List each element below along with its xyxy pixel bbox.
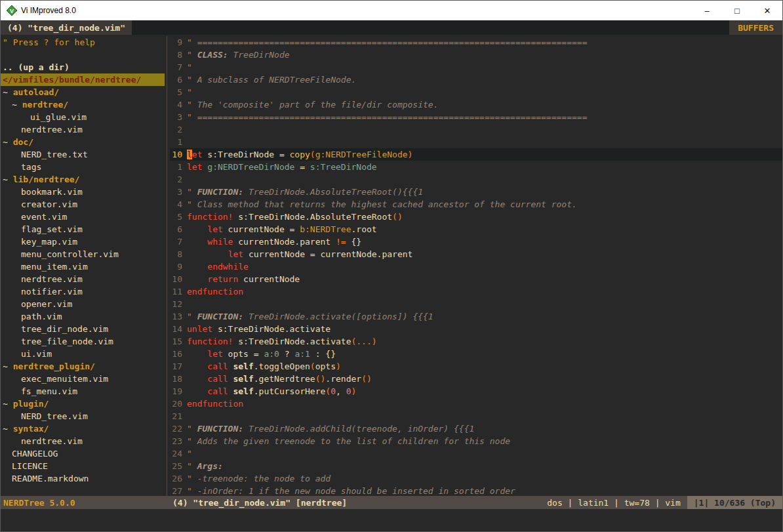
tree-item-file[interactable]: ui_glue.vim: [1, 111, 165, 123]
tree-item-dir[interactable]: ~ plugin/: [1, 398, 165, 410]
code-line[interactable]: 9" =====================================…: [170, 36, 782, 49]
code-line[interactable]: 2: [170, 173, 782, 186]
dir-expand-marker-icon[interactable]: ~: [3, 174, 13, 184]
close-button[interactable]: ✕: [752, 1, 782, 20]
statusline-position: |1| 10/636 (Top): [687, 496, 782, 509]
tree-item-file[interactable]: LICENCE: [1, 460, 165, 472]
tree-item-dir[interactable]: ~ nerdtree/: [1, 98, 165, 111]
tree-item-path[interactable]: </vimfiles/bundle/nerdtree/: [1, 73, 165, 86]
tree-item-file[interactable]: nerdtree.vim: [1, 273, 165, 285]
code-line[interactable]: 18 call self.getNerdtree().render(): [170, 373, 782, 385]
line-number: 22: [170, 422, 187, 435]
vsplit-separator[interactable]: [165, 36, 170, 496]
code-line[interactable]: 17 call self.toggleOpen(opts): [170, 360, 782, 373]
code-line[interactable]: 3" FUNCTION: TreeDirNode.AbsoluteTreeRoo…: [170, 186, 782, 198]
code-line[interactable]: 14unlet s:TreeDirNode.activate: [170, 323, 782, 335]
code-line[interactable]: 13" FUNCTION: TreeDirNode.activate([opti…: [170, 310, 782, 323]
code-line[interactable]: 26" -treenode: the node to add: [170, 472, 782, 485]
tree-item-file[interactable]: ui.vim: [1, 348, 165, 360]
code-line[interactable]: 4" Class method that returns the highest…: [170, 198, 782, 211]
line-number: 20: [170, 398, 187, 410]
tree-item-file[interactable]: event.vim: [1, 211, 165, 223]
tree-item-dir[interactable]: ~ nerdtree_plugin/: [1, 360, 165, 373]
tree-item-file[interactable]: tree_dir_node.vim: [1, 323, 165, 335]
line-number: 24: [170, 447, 187, 460]
line-number: 7: [170, 61, 187, 73]
code-line[interactable]: 5function! s:TreeDirNode.AbsoluteTreeRoo…: [170, 211, 782, 223]
code-line[interactable]: 8 let currentNode = currentNode.parent: [170, 248, 782, 260]
dir-expand-marker-icon[interactable]: ~: [3, 399, 13, 409]
tree-item-file[interactable]: NERD_tree.txt: [1, 148, 165, 161]
tree-item-file[interactable]: tree_file_node.vim: [1, 335, 165, 348]
tree-item-dir[interactable]: ~ syntax/: [1, 422, 165, 435]
code-line[interactable]: 6" A subclass of NERDTreeFileNode.: [170, 73, 782, 86]
dir-expand-marker-icon[interactable]: ~: [3, 424, 13, 434]
code-text: ": [187, 447, 192, 460]
tree-item-file[interactable]: opener.vim: [1, 298, 165, 310]
code-line[interactable]: 1let g:NERDTreeDirNode = s:TreeDirNode: [170, 161, 782, 173]
code-line-current[interactable]: 10let s:TreeDirNode = copy(g:NERDTreeFil…: [170, 148, 782, 161]
tree-item-file[interactable]: tags: [1, 161, 165, 173]
code-line[interactable]: 20endfunction: [170, 398, 782, 410]
tree-item-file[interactable]: key_map.vim: [1, 235, 165, 248]
tree-item-dir[interactable]: ~ doc/: [1, 136, 165, 148]
text-cursor: l: [187, 150, 192, 159]
tree-item-file[interactable]: menu_item.vim: [1, 260, 165, 273]
tree-item-label: notifier.vim: [21, 287, 83, 297]
code-line[interactable]: 6 let currentNode = b:NERDTree.root: [170, 223, 782, 235]
tree-item-label: autoload/: [13, 87, 59, 97]
code-line[interactable]: 16 let opts = a:0 ? a:1 : {}: [170, 348, 782, 360]
line-number: 14: [170, 323, 187, 335]
tree-item-file[interactable]: nerdtree.vim: [1, 123, 165, 136]
tree-item-file[interactable]: notifier.vim: [1, 285, 165, 298]
tree-item-dir[interactable]: ~ lib/nerdtree/: [1, 173, 165, 186]
code-line[interactable]: 22" FUNCTION: TreeDirNode.addChild(treen…: [170, 422, 782, 435]
code-line[interactable]: 24": [170, 447, 782, 460]
dir-expand-marker-icon[interactable]: ~: [3, 137, 13, 147]
code-text: " A subclass of NERDTreeFileNode.: [187, 73, 356, 86]
code-line[interactable]: 7 while currentNode.parent != {}: [170, 235, 782, 248]
dir-expand-marker-icon[interactable]: ~: [12, 100, 22, 110]
code-line[interactable]: 9 endwhile: [170, 260, 782, 273]
code-line[interactable]: 19 call self.putCursorHere(0, 0): [170, 385, 782, 398]
code-line[interactable]: 1: [170, 136, 782, 148]
line-number: 4: [170, 198, 187, 211]
tree-item-file[interactable]: CHANGELOG: [1, 447, 165, 460]
tree-item-file[interactable]: fs_menu.vim: [1, 385, 165, 398]
dir-expand-marker-icon[interactable]: ~: [3, 87, 13, 97]
code-line[interactable]: 27" -inOrder: 1 if the new node should b…: [170, 485, 782, 496]
tree-item-file[interactable]: menu_controller.vim: [1, 248, 165, 260]
code-line[interactable]: 3" =====================================…: [170, 111, 782, 123]
tree-item-file[interactable]: NERD_tree.vim: [1, 410, 165, 422]
code-line[interactable]: 4" The 'composite' part of the file/dir …: [170, 98, 782, 111]
tree-item-file[interactable]: bookmark.vim: [1, 186, 165, 198]
tree-item-file[interactable]: path.vim: [1, 310, 165, 323]
tree-item-up[interactable]: .. (up a dir): [1, 61, 165, 73]
code-line[interactable]: 25" Args:: [170, 460, 782, 472]
code-line[interactable]: 8" CLASS: TreeDirNode: [170, 49, 782, 61]
tree-item-label: flag_set.vim: [21, 224, 83, 234]
tree-item-label: syntax/: [13, 424, 49, 434]
code-line[interactable]: 10 return currentNode: [170, 273, 782, 285]
dir-expand-marker-icon[interactable]: ~: [3, 361, 13, 371]
tab-current[interactable]: (4) "tree_dir_node.vim": [1, 20, 132, 35]
tree-item-dir[interactable]: ~ autoload/: [1, 86, 165, 98]
editor-panel[interactable]: 9" =====================================…: [170, 36, 782, 496]
tree-item-file[interactable]: creator.vim: [1, 198, 165, 211]
code-line[interactable]: 11endfunction: [170, 285, 782, 298]
minimize-button[interactable]: –: [692, 1, 722, 20]
tree-item-file[interactable]: README.markdown: [1, 472, 165, 485]
code-line[interactable]: 23" Adds the given treenode to the list …: [170, 435, 782, 447]
code-line[interactable]: 2: [170, 123, 782, 136]
code-line[interactable]: 7": [170, 61, 782, 73]
tree-item-file[interactable]: flag_set.vim: [1, 223, 165, 235]
title-bar[interactable]: V Vi IMproved 8.0 – □ ✕: [1, 1, 782, 20]
code-line[interactable]: 12: [170, 298, 782, 310]
tree-item-file[interactable]: exec_menuitem.vim: [1, 373, 165, 385]
maximize-button[interactable]: □: [722, 1, 752, 20]
code-line[interactable]: 21: [170, 410, 782, 422]
tree-item-file[interactable]: nerdtree.vim: [1, 435, 165, 447]
code-line[interactable]: 15function! s:TreeDirNode.activate(...): [170, 335, 782, 348]
code-line[interactable]: 5": [170, 86, 782, 98]
tree-item-help[interactable]: " Press ? for help: [1, 36, 165, 49]
